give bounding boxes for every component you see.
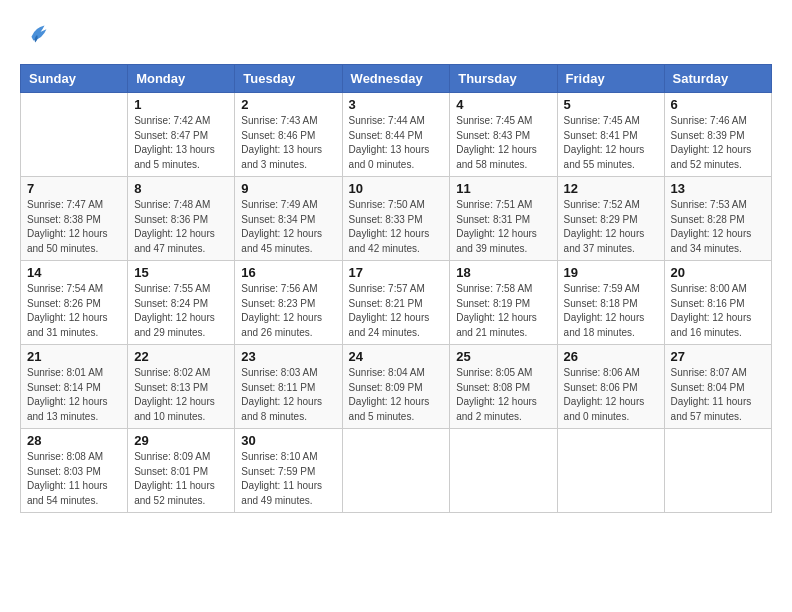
day-info: Sunrise: 7:49 AMSunset: 8:34 PMDaylight:… <box>241 198 335 256</box>
day-info: Sunrise: 7:51 AMSunset: 8:31 PMDaylight:… <box>456 198 550 256</box>
day-info: Sunrise: 8:05 AMSunset: 8:08 PMDaylight:… <box>456 366 550 424</box>
day-info: Sunrise: 7:57 AMSunset: 8:21 PMDaylight:… <box>349 282 444 340</box>
calendar-cell <box>21 93 128 177</box>
day-number: 7 <box>27 181 121 196</box>
day-number: 22 <box>134 349 228 364</box>
day-info: Sunrise: 7:45 AMSunset: 8:43 PMDaylight:… <box>456 114 550 172</box>
calendar-cell: 9Sunrise: 7:49 AMSunset: 8:34 PMDaylight… <box>235 177 342 261</box>
calendar-week-row: 14Sunrise: 7:54 AMSunset: 8:26 PMDayligh… <box>21 261 772 345</box>
calendar-cell <box>450 429 557 513</box>
day-info: Sunrise: 7:56 AMSunset: 8:23 PMDaylight:… <box>241 282 335 340</box>
calendar-cell: 1Sunrise: 7:42 AMSunset: 8:47 PMDaylight… <box>128 93 235 177</box>
day-number: 10 <box>349 181 444 196</box>
logo <box>20 20 52 48</box>
day-number: 24 <box>349 349 444 364</box>
day-info: Sunrise: 7:47 AMSunset: 8:38 PMDaylight:… <box>27 198 121 256</box>
day-number: 23 <box>241 349 335 364</box>
day-number: 21 <box>27 349 121 364</box>
day-info: Sunrise: 7:59 AMSunset: 8:18 PMDaylight:… <box>564 282 658 340</box>
calendar-cell: 14Sunrise: 7:54 AMSunset: 8:26 PMDayligh… <box>21 261 128 345</box>
calendar-table: SundayMondayTuesdayWednesdayThursdayFrid… <box>20 64 772 513</box>
calendar-cell: 21Sunrise: 8:01 AMSunset: 8:14 PMDayligh… <box>21 345 128 429</box>
calendar-cell: 12Sunrise: 7:52 AMSunset: 8:29 PMDayligh… <box>557 177 664 261</box>
calendar-cell: 30Sunrise: 8:10 AMSunset: 7:59 PMDayligh… <box>235 429 342 513</box>
day-number: 6 <box>671 97 765 112</box>
day-info: Sunrise: 8:00 AMSunset: 8:16 PMDaylight:… <box>671 282 765 340</box>
calendar-cell: 26Sunrise: 8:06 AMSunset: 8:06 PMDayligh… <box>557 345 664 429</box>
day-number: 26 <box>564 349 658 364</box>
logo-bird-icon <box>24 20 52 48</box>
calendar-cell: 20Sunrise: 8:00 AMSunset: 8:16 PMDayligh… <box>664 261 771 345</box>
calendar-cell: 5Sunrise: 7:45 AMSunset: 8:41 PMDaylight… <box>557 93 664 177</box>
calendar-cell <box>557 429 664 513</box>
day-info: Sunrise: 7:46 AMSunset: 8:39 PMDaylight:… <box>671 114 765 172</box>
calendar-cell: 6Sunrise: 7:46 AMSunset: 8:39 PMDaylight… <box>664 93 771 177</box>
day-info: Sunrise: 7:58 AMSunset: 8:19 PMDaylight:… <box>456 282 550 340</box>
day-number: 19 <box>564 265 658 280</box>
day-number: 2 <box>241 97 335 112</box>
day-number: 25 <box>456 349 550 364</box>
day-info: Sunrise: 7:43 AMSunset: 8:46 PMDaylight:… <box>241 114 335 172</box>
day-info: Sunrise: 7:48 AMSunset: 8:36 PMDaylight:… <box>134 198 228 256</box>
calendar-cell: 25Sunrise: 8:05 AMSunset: 8:08 PMDayligh… <box>450 345 557 429</box>
day-number: 17 <box>349 265 444 280</box>
day-number: 9 <box>241 181 335 196</box>
calendar-cell: 8Sunrise: 7:48 AMSunset: 8:36 PMDaylight… <box>128 177 235 261</box>
day-info: Sunrise: 7:53 AMSunset: 8:28 PMDaylight:… <box>671 198 765 256</box>
day-number: 8 <box>134 181 228 196</box>
day-number: 1 <box>134 97 228 112</box>
day-number: 13 <box>671 181 765 196</box>
calendar-cell: 19Sunrise: 7:59 AMSunset: 8:18 PMDayligh… <box>557 261 664 345</box>
day-number: 30 <box>241 433 335 448</box>
day-number: 28 <box>27 433 121 448</box>
day-number: 18 <box>456 265 550 280</box>
col-header-saturday: Saturday <box>664 65 771 93</box>
calendar-cell: 23Sunrise: 8:03 AMSunset: 8:11 PMDayligh… <box>235 345 342 429</box>
calendar-cell: 28Sunrise: 8:08 AMSunset: 8:03 PMDayligh… <box>21 429 128 513</box>
day-info: Sunrise: 8:02 AMSunset: 8:13 PMDaylight:… <box>134 366 228 424</box>
page-header <box>20 20 772 48</box>
calendar-cell: 27Sunrise: 8:07 AMSunset: 8:04 PMDayligh… <box>664 345 771 429</box>
day-info: Sunrise: 8:10 AMSunset: 7:59 PMDaylight:… <box>241 450 335 508</box>
col-header-tuesday: Tuesday <box>235 65 342 93</box>
calendar-cell <box>342 429 450 513</box>
calendar-cell: 10Sunrise: 7:50 AMSunset: 8:33 PMDayligh… <box>342 177 450 261</box>
calendar-week-row: 1Sunrise: 7:42 AMSunset: 8:47 PMDaylight… <box>21 93 772 177</box>
day-info: Sunrise: 7:45 AMSunset: 8:41 PMDaylight:… <box>564 114 658 172</box>
day-info: Sunrise: 8:01 AMSunset: 8:14 PMDaylight:… <box>27 366 121 424</box>
col-header-wednesday: Wednesday <box>342 65 450 93</box>
calendar-cell: 2Sunrise: 7:43 AMSunset: 8:46 PMDaylight… <box>235 93 342 177</box>
day-info: Sunrise: 8:07 AMSunset: 8:04 PMDaylight:… <box>671 366 765 424</box>
col-header-thursday: Thursday <box>450 65 557 93</box>
day-number: 15 <box>134 265 228 280</box>
day-info: Sunrise: 7:50 AMSunset: 8:33 PMDaylight:… <box>349 198 444 256</box>
day-number: 20 <box>671 265 765 280</box>
day-info: Sunrise: 8:04 AMSunset: 8:09 PMDaylight:… <box>349 366 444 424</box>
day-number: 14 <box>27 265 121 280</box>
calendar-week-row: 21Sunrise: 8:01 AMSunset: 8:14 PMDayligh… <box>21 345 772 429</box>
day-number: 5 <box>564 97 658 112</box>
day-number: 16 <box>241 265 335 280</box>
calendar-cell: 13Sunrise: 7:53 AMSunset: 8:28 PMDayligh… <box>664 177 771 261</box>
calendar-cell: 4Sunrise: 7:45 AMSunset: 8:43 PMDaylight… <box>450 93 557 177</box>
day-info: Sunrise: 7:52 AMSunset: 8:29 PMDaylight:… <box>564 198 658 256</box>
calendar-cell: 17Sunrise: 7:57 AMSunset: 8:21 PMDayligh… <box>342 261 450 345</box>
calendar-cell: 24Sunrise: 8:04 AMSunset: 8:09 PMDayligh… <box>342 345 450 429</box>
calendar-cell: 15Sunrise: 7:55 AMSunset: 8:24 PMDayligh… <box>128 261 235 345</box>
day-info: Sunrise: 7:42 AMSunset: 8:47 PMDaylight:… <box>134 114 228 172</box>
day-number: 3 <box>349 97 444 112</box>
day-info: Sunrise: 8:09 AMSunset: 8:01 PMDaylight:… <box>134 450 228 508</box>
day-number: 12 <box>564 181 658 196</box>
day-info: Sunrise: 8:08 AMSunset: 8:03 PMDaylight:… <box>27 450 121 508</box>
day-info: Sunrise: 7:55 AMSunset: 8:24 PMDaylight:… <box>134 282 228 340</box>
day-number: 11 <box>456 181 550 196</box>
calendar-cell: 29Sunrise: 8:09 AMSunset: 8:01 PMDayligh… <box>128 429 235 513</box>
day-info: Sunrise: 7:44 AMSunset: 8:44 PMDaylight:… <box>349 114 444 172</box>
day-number: 29 <box>134 433 228 448</box>
calendar-cell: 16Sunrise: 7:56 AMSunset: 8:23 PMDayligh… <box>235 261 342 345</box>
calendar-cell: 22Sunrise: 8:02 AMSunset: 8:13 PMDayligh… <box>128 345 235 429</box>
calendar-week-row: 7Sunrise: 7:47 AMSunset: 8:38 PMDaylight… <box>21 177 772 261</box>
day-info: Sunrise: 8:06 AMSunset: 8:06 PMDaylight:… <box>564 366 658 424</box>
calendar-cell: 11Sunrise: 7:51 AMSunset: 8:31 PMDayligh… <box>450 177 557 261</box>
calendar-cell: 3Sunrise: 7:44 AMSunset: 8:44 PMDaylight… <box>342 93 450 177</box>
